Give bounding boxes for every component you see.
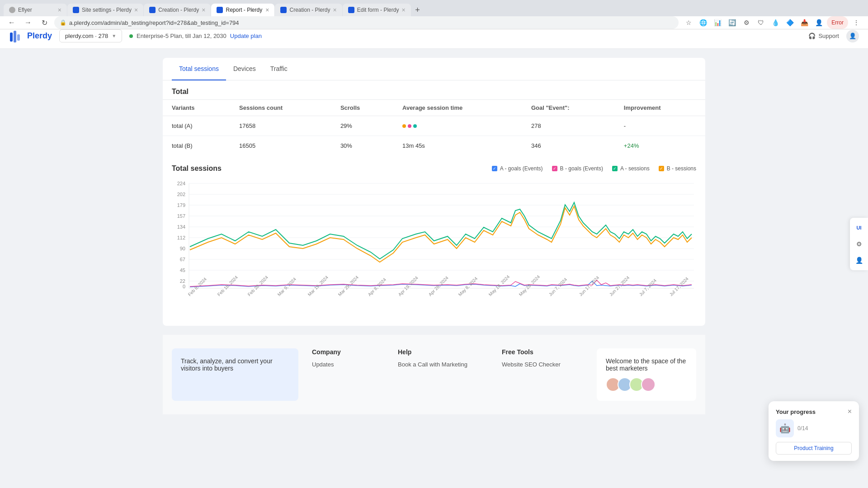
plan-info: Enterprise-5 Plan, till Jan 12, 2030 Upd… — [129, 33, 262, 39]
legend-a-goals-color: ✓ — [492, 166, 497, 171]
legend-a-sessions-label: A - sessions — [620, 165, 650, 172]
reload-button[interactable]: ↻ — [38, 16, 51, 29]
tab-report[interactable]: Report - Plerdy × — [211, 4, 274, 16]
tab-favicon-creation-1 — [149, 7, 156, 13]
tab-creation-1[interactable]: Creation - Plerdy × — [144, 4, 211, 16]
tab-close-site-settings[interactable]: × — [134, 6, 138, 14]
lock-icon: 🔒 — [60, 19, 66, 26]
tab-traffic[interactable]: Traffic — [263, 58, 295, 80]
progress-header: Your progress × — [776, 408, 852, 416]
tab-edit-form[interactable]: Edit form - Plerdy × — [343, 4, 411, 16]
svg-rect-2 — [17, 34, 20, 41]
svg-text:157: 157 — [177, 213, 185, 219]
progress-avatar: 🤖 — [776, 419, 794, 423]
svg-text:112: 112 — [177, 235, 185, 240]
tab-creation-2[interactable]: Creation - Plerdy × — [275, 4, 342, 16]
col-header-scrolls: Scrolls — [331, 100, 393, 116]
support-label: Support — [818, 33, 839, 39]
user-profile-button[interactable]: 👤 — [812, 16, 825, 29]
goal-b: 346 — [522, 136, 615, 156]
progress-score: 🤖 0/14 — [776, 419, 852, 423]
col-header-avg-time: Average session time — [393, 100, 522, 116]
extension-1[interactable]: 🌐 — [697, 16, 709, 29]
svg-text:134: 134 — [177, 224, 185, 230]
address-bar[interactable]: 🔒 a.plerdy.com/admin/ab_testing/report?i… — [54, 16, 679, 29]
footer-tagline-text: Track, analyze, and convert your visitor… — [181, 357, 289, 372]
svg-text:22: 22 — [180, 278, 185, 284]
svg-text:224: 224 — [177, 181, 185, 186]
svg-text:179: 179 — [177, 202, 185, 208]
avatar-4 — [641, 377, 656, 392]
logo[interactable]: Plerdy — [9, 29, 52, 43]
svg-rect-0 — [10, 33, 13, 42]
tab-favicon-report — [217, 7, 223, 13]
extension-8[interactable]: 📥 — [798, 16, 811, 29]
update-plan-link[interactable]: Update plan — [230, 33, 262, 39]
footer-link-seo[interactable]: Website SEO Checker — [502, 361, 583, 368]
new-tab-button[interactable]: + — [411, 4, 424, 16]
menu-button[interactable]: ⋮ — [850, 16, 863, 29]
chart-section: Total sessions ✓ A - goals (Events) ✓ B … — [163, 155, 705, 317]
extension-2[interactable]: 📊 — [711, 16, 724, 29]
legend-b-sessions: ✓ B - sessions — [659, 165, 696, 172]
dots-indicator — [402, 124, 513, 128]
error-button[interactable]: Error — [827, 16, 848, 29]
svg-rect-1 — [14, 31, 16, 42]
extension-6[interactable]: 💧 — [769, 16, 782, 29]
col-header-goal: Goal "Event": — [522, 100, 615, 116]
extension-4[interactable]: ⚙ — [740, 16, 753, 29]
tab-label-edit-form: Edit form - Plerdy — [357, 7, 399, 13]
footer-welcome-title: Welcome to the space of the best markete… — [606, 357, 687, 372]
footer-help-col: Help Book a Call with Marketing — [398, 348, 488, 401]
legend-a-sessions-color: ✓ — [612, 166, 618, 171]
extension-5[interactable]: 🛡 — [755, 16, 767, 29]
variant-b: total (B) — [163, 136, 230, 156]
tab-total-sessions[interactable]: Total sessions — [172, 58, 226, 80]
sidebar-tool-user[interactable]: 👤 — [853, 254, 865, 267]
svg-text:Apr 19, 2024: Apr 19, 2024 — [397, 275, 420, 297]
footer-link-updates[interactable]: Updates — [312, 361, 384, 368]
col-header-variants: Variants — [163, 100, 230, 116]
site-selector[interactable]: plerdy.com · 278 ▼ — [59, 29, 122, 42]
svg-text:Jul 7, 2024: Jul 7, 2024 — [638, 278, 658, 297]
tab-close-eflyer[interactable]: × — [58, 6, 61, 14]
tab-favicon-creation-2 — [280, 7, 287, 13]
user-avatar[interactable]: 👤 — [846, 30, 859, 42]
svg-text:Apr 28, 2024: Apr 28, 2024 — [428, 275, 450, 297]
tab-site-settings[interactable]: Site settings - Plerdy × — [67, 4, 143, 16]
forward-button[interactable]: → — [22, 16, 34, 29]
tab-close-creation-2[interactable]: × — [333, 6, 337, 14]
dot-teal — [413, 124, 417, 128]
bookmark-button[interactable]: ☆ — [682, 16, 695, 29]
svg-text:May 8, 2024: May 8, 2024 — [458, 276, 479, 297]
table-row: total (A) 17658 29% 278 - — [163, 116, 705, 136]
footer-help-title: Help — [398, 348, 488, 356]
progress-title: Your progress — [776, 408, 816, 415]
support-button[interactable]: 🎧 Support — [808, 33, 839, 39]
extension-3[interactable]: 🔄 — [726, 16, 738, 29]
avg-time-b: 13m 45s — [393, 136, 522, 156]
extension-7[interactable]: 🔷 — [783, 16, 796, 29]
footer-tools-col: Free Tools Website SEO Checker — [502, 348, 583, 401]
svg-text:90: 90 — [180, 246, 185, 251]
tab-devices[interactable]: Devices — [226, 58, 263, 80]
tab-eflyer[interactable]: Eflyer × — [4, 4, 67, 16]
tab-label-report: Report - Plerdy — [226, 7, 262, 13]
sidebar-tool-ui[interactable]: UI — [853, 221, 865, 234]
tab-close-creation-1[interactable]: × — [202, 6, 205, 14]
sessions-b: 16505 — [230, 136, 331, 156]
plan-status-dot — [129, 34, 133, 38]
improvement-b: +24% — [615, 136, 705, 156]
svg-text:Jul 17, 2024: Jul 17, 2024 — [669, 276, 690, 297]
footer-welcome-card: Welcome to the space of the best markete… — [597, 348, 696, 401]
header-right: 🎧 Support 👤 — [808, 30, 859, 42]
progress-mascot-icon: 🤖 — [779, 423, 791, 423]
back-button[interactable]: ← — [5, 16, 18, 29]
sidebar-tool-gear[interactable]: ⚙ — [853, 238, 865, 250]
progress-close-button[interactable]: × — [848, 408, 852, 416]
footer-link-book-call[interactable]: Book a Call with Marketing — [398, 361, 488, 368]
tab-close-report[interactable]: × — [265, 6, 269, 14]
chevron-down-icon: ▼ — [112, 33, 116, 38]
dot-orange — [402, 124, 406, 128]
tab-close-edit-form[interactable]: × — [401, 6, 405, 14]
